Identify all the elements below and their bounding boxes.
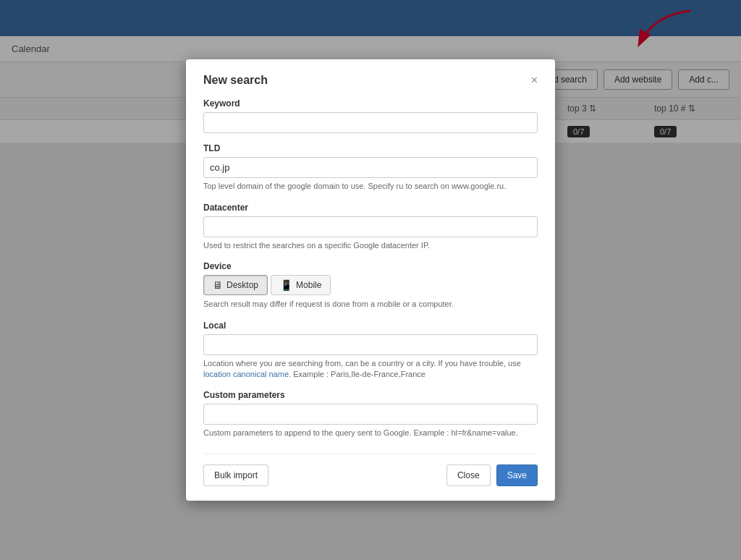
- keyword-label: Keyword: [203, 98, 538, 109]
- custom-parameters-group: Custom parameters Custom parameters to a…: [203, 390, 538, 438]
- save-button[interactable]: Save: [496, 464, 538, 486]
- datacenter-input[interactable]: [203, 216, 538, 237]
- device-group: Device 🖥 Desktop 📱 Mobile Search result …: [203, 261, 538, 310]
- mobile-button[interactable]: 📱 Mobile: [271, 275, 331, 295]
- mobile-label: Mobile: [296, 280, 321, 290]
- new-search-modal: New search × Keyword TLD Top level domai…: [186, 59, 555, 500]
- datacenter-hint: Used to restrict the searches on a speci…: [203, 240, 538, 251]
- desktop-button[interactable]: 🖥 Desktop: [203, 275, 268, 295]
- tld-hint: Top level domain of the google domain to…: [203, 181, 538, 192]
- datacenter-label: Datacenter: [203, 203, 538, 213]
- modal-footer: Bulk import Close Save: [203, 454, 538, 486]
- local-input[interactable]: [203, 334, 538, 355]
- modal-overlay: New search × Keyword TLD Top level domai…: [0, 0, 741, 560]
- tld-input[interactable]: [203, 157, 538, 178]
- footer-right-buttons: Close Save: [446, 464, 538, 486]
- modal-title: New search: [203, 74, 268, 87]
- close-button[interactable]: Close: [446, 464, 491, 486]
- local-group: Local Location where you are searching f…: [203, 321, 538, 381]
- custom-parameters-hint: Custom parameters to append to the query…: [203, 428, 538, 438]
- device-toggle: 🖥 Desktop 📱 Mobile: [203, 275, 538, 295]
- local-hint-link[interactable]: location canonical name: [203, 370, 289, 378]
- device-hint: Search result may differ if request is d…: [203, 299, 538, 310]
- desktop-icon: 🖥: [213, 279, 223, 291]
- modal-header: New search ×: [203, 74, 538, 87]
- mobile-icon: 📱: [280, 279, 292, 291]
- datacenter-group: Datacenter Used to restrict the searches…: [203, 203, 538, 251]
- bulk-import-button[interactable]: Bulk import: [203, 464, 268, 486]
- keyword-group: Keyword: [203, 98, 538, 133]
- custom-parameters-label: Custom parameters: [203, 390, 538, 400]
- tld-group: TLD Top level domain of the google domai…: [203, 143, 538, 192]
- custom-parameters-input[interactable]: [203, 404, 538, 425]
- local-hint-suffix: . Example : Paris,Ile-de-France,France: [289, 370, 425, 378]
- local-hint-prefix: Location where you are searching from, c…: [203, 359, 521, 368]
- desktop-label: Desktop: [226, 280, 258, 290]
- tld-label: TLD: [203, 143, 538, 153]
- modal-close-button[interactable]: ×: [531, 75, 538, 86]
- keyword-input[interactable]: [203, 112, 538, 133]
- local-label: Local: [203, 321, 538, 331]
- local-hint: Location where you are searching from, c…: [203, 358, 538, 381]
- device-label: Device: [203, 261, 538, 271]
